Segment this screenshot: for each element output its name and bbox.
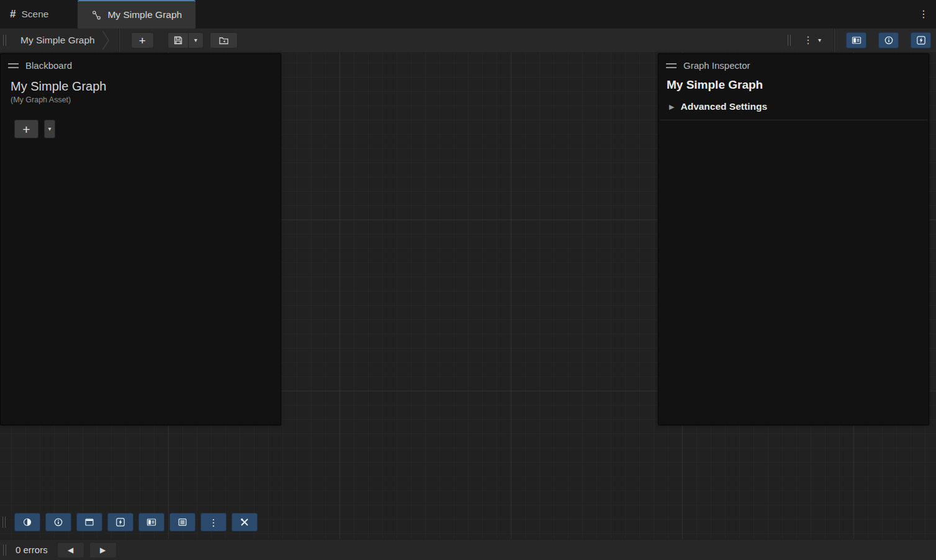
lightning-bolt-icon <box>916 35 926 45</box>
crossed-tools-icon <box>240 517 250 527</box>
status-bar: 0 errors ◀ ▶ <box>0 539 936 560</box>
plus-icon: + <box>139 35 146 47</box>
sidebar-toggle-button[interactable] <box>138 513 164 531</box>
inspector-toggle-button[interactable] <box>45 513 71 531</box>
drag-handle-icon <box>666 63 677 68</box>
blackboard-graph-title: My Simple Graph <box>11 79 271 94</box>
blackboard-panel: Blackboard My Simple Graph (My Graph Ass… <box>0 53 281 425</box>
breadcrumb-chevron-icon <box>102 30 110 51</box>
toolbar-right-drag-handle[interactable] <box>788 35 791 46</box>
graph-asset-icon <box>91 10 102 20</box>
blackboard-add-row: + ▾ <box>14 120 281 138</box>
previous-error-button[interactable]: ◀ <box>57 542 84 558</box>
preview-toggle-button[interactable] <box>107 513 133 531</box>
caret-down-icon: ▾ <box>818 37 821 43</box>
tab-bar: # Scene My Simple Graph ⋮ <box>0 0 936 29</box>
plus-icon: + <box>22 123 30 136</box>
lightning-bolt-icon <box>115 517 125 527</box>
view-options-toolbar: ⋮ <box>2 513 258 531</box>
graph-toolbar: My Simple Graph + ▾ <box>0 29 936 52</box>
window-panel-icon <box>84 517 94 527</box>
arrow-left-icon: ◀ <box>68 546 73 554</box>
save-button[interactable] <box>168 32 189 48</box>
kebab-icon: ⋮ <box>209 518 218 527</box>
add-property-button[interactable]: + <box>14 120 38 138</box>
toolbar-separator <box>119 29 119 52</box>
panel-left-icon <box>852 35 862 45</box>
blackboard-graph-subtitle: (My Graph Asset) <box>11 96 271 104</box>
statusbar-drag-handle[interactable] <box>3 544 6 556</box>
tab-graph-label: My Simple Graph <box>107 9 182 20</box>
kebab-icon: ⋮ <box>919 9 929 19</box>
blackboard-header-label: Blackboard <box>25 60 72 71</box>
blackboard-toggle-button[interactable] <box>14 513 40 531</box>
breadcrumb[interactable]: My Simple Graph <box>20 29 110 52</box>
toolbar-right-cluster: ⋮ ▾ <box>788 29 936 52</box>
blackboard-header[interactable]: Blackboard <box>1 54 281 73</box>
graph-canvas[interactable]: Blackboard My Simple Graph (My Graph Ass… <box>0 52 936 539</box>
kebab-icon: ⋮ <box>803 35 813 45</box>
error-count-label: 0 errors <box>16 544 48 555</box>
advanced-settings-label: Advanced Settings <box>680 101 767 112</box>
save-options-button[interactable]: ▾ <box>188 32 204 48</box>
half-circle-icon <box>22 517 32 527</box>
save-split-button: ▾ <box>168 32 204 48</box>
advanced-settings-foldout[interactable]: ▶ Advanced Settings <box>660 101 927 120</box>
list-view-toggle-button[interactable] <box>169 513 196 531</box>
caret-down-icon: ▾ <box>48 126 51 132</box>
more-options-button[interactable]: ⋮ <box>200 513 227 531</box>
tools-button[interactable] <box>232 513 258 531</box>
bottom-toolbar-drag-handle[interactable] <box>2 517 6 528</box>
graph-inspector-panel: Graph Inspector My Simple Graph ▶ Advanc… <box>658 53 929 425</box>
caret-down-icon: ▾ <box>194 37 197 43</box>
drag-handle-icon <box>8 63 19 68</box>
toolbar-drag-handle[interactable] <box>3 35 6 46</box>
tab-my-simple-graph[interactable]: My Simple Graph <box>78 0 196 29</box>
show-asset-button[interactable] <box>210 32 238 48</box>
tab-scene-label: Scene <box>21 9 48 20</box>
inspector-header-label: Graph Inspector <box>683 60 750 71</box>
list-lines-icon <box>178 517 187 527</box>
window-panel-toggle-button[interactable] <box>76 513 102 531</box>
info-circle-icon <box>53 517 63 527</box>
info-circle-icon <box>884 35 894 45</box>
blackboard-panel-toggle[interactable] <box>846 32 866 48</box>
inspector-panel-toggle[interactable] <box>878 32 899 48</box>
foldout-arrow-icon: ▶ <box>669 104 674 110</box>
inspector-graph-title: My Simple Graph <box>667 78 920 92</box>
breadcrumb-label: My Simple Graph <box>20 35 95 46</box>
preview-panel-toggle[interactable] <box>911 32 931 48</box>
next-error-button[interactable]: ▶ <box>89 542 117 558</box>
folder-icon <box>218 35 229 45</box>
inspector-header[interactable]: Graph Inspector <box>659 54 929 73</box>
window-menu-button[interactable]: ⋮ <box>911 0 936 29</box>
panel-left-icon <box>146 517 156 527</box>
toolbar-options-dropdown[interactable]: ⋮ ▾ <box>798 32 826 48</box>
scene-hash-icon: # <box>10 8 16 20</box>
add-property-options-button[interactable]: ▾ <box>44 120 55 138</box>
save-icon <box>173 35 183 45</box>
add-node-button[interactable]: + <box>131 32 154 48</box>
tab-scene[interactable]: # Scene <box>0 0 63 29</box>
toolbar-separator <box>834 29 834 52</box>
arrow-right-icon: ▶ <box>100 546 106 554</box>
